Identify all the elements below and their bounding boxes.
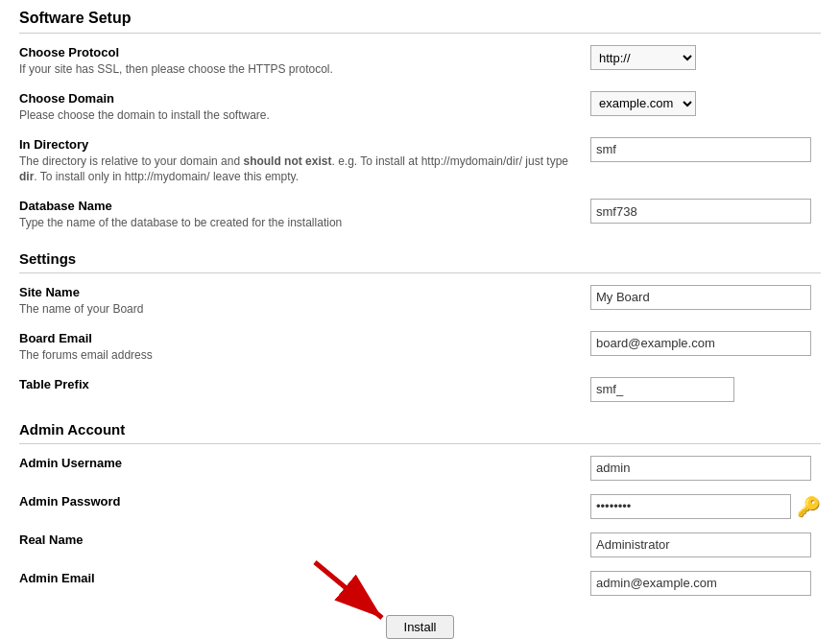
admin-password-label: Admin Password bbox=[19, 494, 571, 509]
protocol-desc: If your site has SSL, then please choose… bbox=[19, 62, 333, 76]
directory-row: In Directory The directory is relative t… bbox=[19, 137, 821, 186]
admin-account-title: Admin Account bbox=[19, 421, 821, 444]
admin-password-row: Admin Password 🔑 bbox=[19, 494, 821, 519]
directory-desc: The directory is relative to your domain… bbox=[19, 154, 568, 184]
site-name-row: Site Name The name of your Board bbox=[19, 285, 821, 318]
domain-label: Choose Domain bbox=[19, 91, 571, 106]
table-prefix-row: Table Prefix bbox=[19, 377, 821, 402]
database-name-label: Database Name bbox=[19, 199, 571, 213]
protocol-row: Choose Protocol If your site has SSL, th… bbox=[19, 45, 821, 78]
database-name-desc: Type the name of the database to be crea… bbox=[19, 216, 342, 229]
directory-input[interactable] bbox=[590, 137, 811, 162]
settings-title: Settings bbox=[19, 250, 821, 273]
admin-email-input[interactable] bbox=[590, 571, 811, 596]
admin-username-label: Admin Username bbox=[19, 456, 571, 470]
database-name-input[interactable] bbox=[590, 199, 811, 224]
domain-row: Choose Domain Please choose the domain t… bbox=[19, 91, 821, 124]
board-email-label: Board Email bbox=[19, 331, 571, 345]
admin-email-row: Admin Email bbox=[19, 571, 821, 596]
site-name-desc: The name of your Board bbox=[19, 302, 143, 316]
admin-username-row: Admin Username bbox=[19, 456, 821, 481]
site-name-label: Site Name bbox=[19, 285, 571, 299]
board-email-desc: The forums email address bbox=[19, 348, 153, 362]
table-prefix-label: Table Prefix bbox=[19, 377, 571, 391]
real-name-row: Real Name bbox=[19, 532, 821, 557]
board-email-row: Board Email The forums email address bbox=[19, 331, 821, 364]
admin-password-input[interactable] bbox=[590, 494, 791, 519]
real-name-input[interactable] bbox=[590, 532, 811, 557]
real-name-label: Real Name bbox=[19, 532, 571, 547]
site-name-input[interactable] bbox=[590, 285, 811, 310]
domain-desc: Please choose the domain to install the … bbox=[19, 108, 270, 122]
svg-line-1 bbox=[315, 562, 382, 618]
install-arrow-icon bbox=[296, 553, 411, 629]
domain-select[interactable]: example.com bbox=[590, 91, 696, 116]
protocol-select[interactable]: http:// https:// bbox=[590, 45, 696, 70]
admin-username-input[interactable] bbox=[590, 456, 811, 481]
board-email-input[interactable] bbox=[590, 331, 811, 356]
protocol-label: Choose Protocol bbox=[19, 45, 571, 59]
software-setup-title: Software Setup bbox=[19, 10, 821, 34]
database-name-row: Database Name Type the name of the datab… bbox=[19, 199, 821, 231]
key-icon: 🔑 bbox=[797, 495, 821, 518]
table-prefix-input[interactable] bbox=[590, 377, 734, 402]
directory-label: In Directory bbox=[19, 137, 571, 152]
